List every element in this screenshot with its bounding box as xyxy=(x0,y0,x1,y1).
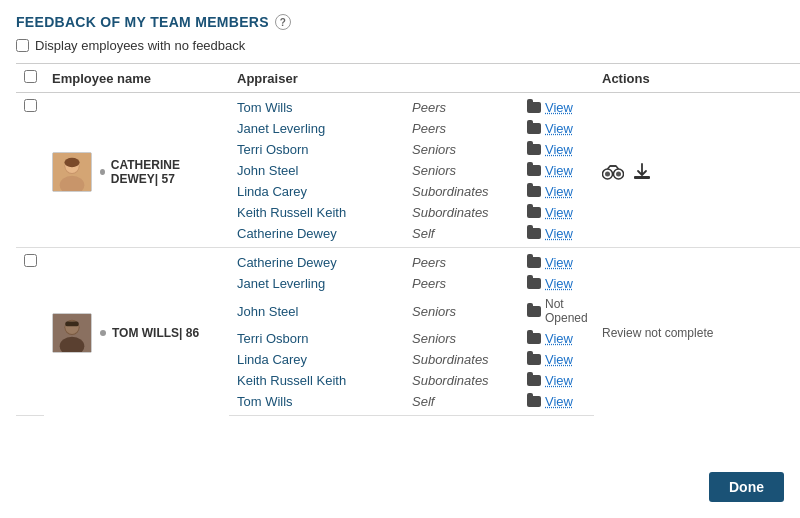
row-checkbox-cell xyxy=(16,248,44,274)
appraiser-link[interactable]: Linda Carey xyxy=(237,352,307,367)
view-link[interactable]: View xyxy=(527,100,586,115)
no-feedback-checkbox[interactable] xyxy=(16,39,29,52)
appraiser-type: Seniors xyxy=(412,304,456,319)
appraiser-link[interactable]: Keith Russell Keith xyxy=(237,205,346,220)
appraiser-type: Seniors xyxy=(412,331,456,346)
appraiser-type-cell: Peers xyxy=(404,118,519,139)
view-cell: View xyxy=(519,202,594,223)
appraiser-type: Peers xyxy=(412,276,446,291)
employee-cell-tom: TOM WILLS| 86 xyxy=(44,248,229,416)
appraiser-name-cell: John Steel xyxy=(229,160,404,181)
appraiser-link[interactable]: Janet Leverling xyxy=(237,121,325,136)
svg-point-8 xyxy=(605,171,610,176)
appraiser-type-cell: Self xyxy=(404,223,519,248)
header-check xyxy=(16,64,44,93)
appraiser-name-cell: Terri Osborn xyxy=(229,139,404,160)
folder-icon xyxy=(527,396,541,407)
appraiser-link[interactable]: Tom Wills xyxy=(237,394,293,409)
folder-icon xyxy=(527,354,541,365)
view-label: View xyxy=(545,331,573,346)
row-checkbox-cell xyxy=(16,328,44,349)
appraiser-link[interactable]: Terri Osborn xyxy=(237,142,309,157)
appraiser-link[interactable]: Linda Carey xyxy=(237,184,307,199)
page-container: FEEDBACK OF MY TEAM MEMBERS ? Display em… xyxy=(0,0,800,518)
appraiser-link[interactable]: Tom Wills xyxy=(237,100,293,115)
row-checkbox-cell xyxy=(16,139,44,160)
appraiser-link[interactable]: Janet Leverling xyxy=(237,276,325,291)
view-cell: View xyxy=(519,160,594,181)
view-link[interactable]: View xyxy=(527,373,586,388)
row-checkbox-cell xyxy=(16,391,44,416)
appraiser-type-cell: Peers xyxy=(404,273,519,294)
appraiser-type: Peers xyxy=(412,255,446,270)
appraiser-link[interactable]: John Steel xyxy=(237,304,298,319)
view-link[interactable]: View xyxy=(527,163,586,178)
appraiser-name-cell: Janet Leverling xyxy=(229,118,404,139)
view-label: View xyxy=(545,163,573,178)
folder-icon xyxy=(527,144,541,155)
not-opened-status: Not Opened xyxy=(527,297,586,325)
appraiser-link[interactable]: Keith Russell Keith xyxy=(237,373,346,388)
appraiser-type: Subordinates xyxy=(412,352,489,367)
folder-icon xyxy=(527,333,541,344)
download-icon[interactable] xyxy=(632,162,652,182)
view-label: View xyxy=(545,255,573,270)
appraiser-type-cell: Peers xyxy=(404,248,519,274)
view-link[interactable]: View xyxy=(527,142,586,157)
review-status: Review not complete xyxy=(602,326,713,340)
appraiser-link[interactable]: Catherine Dewey xyxy=(237,226,337,241)
view-cell: View xyxy=(519,93,594,119)
view-link[interactable]: View xyxy=(527,121,586,136)
row-checkbox-cell xyxy=(16,349,44,370)
view-cell: View xyxy=(519,181,594,202)
appraiser-type: Self xyxy=(412,394,434,409)
view-link[interactable]: View xyxy=(527,226,586,241)
appraiser-name-cell: Tom Wills xyxy=(229,93,404,119)
not-opened-label: Not Opened xyxy=(545,297,588,325)
binoculars-icon[interactable] xyxy=(602,163,624,181)
view-label: View xyxy=(545,205,573,220)
appraiser-link[interactable]: Catherine Dewey xyxy=(237,255,337,270)
folder-icon xyxy=(527,123,541,134)
view-link[interactable]: View xyxy=(527,331,586,346)
header-type xyxy=(404,64,519,93)
view-link[interactable]: View xyxy=(527,255,586,270)
header-actions: Actions xyxy=(594,64,800,93)
appraiser-link[interactable]: Terri Osborn xyxy=(237,331,309,346)
view-link[interactable]: View xyxy=(527,205,586,220)
view-link[interactable]: View xyxy=(527,276,586,291)
appraiser-type: Self xyxy=(412,226,434,241)
row-checkbox-cell xyxy=(16,118,44,139)
appraiser-type-cell: Peers xyxy=(404,93,519,119)
employee-cell-catherine: CATHERINE DEWEY| 57 xyxy=(44,93,229,248)
appraiser-name-cell: Keith Russell Keith xyxy=(229,370,404,391)
view-cell: View xyxy=(519,328,594,349)
employee-checkbox-catherine[interactable] xyxy=(24,99,37,112)
appraiser-type-cell: Seniors xyxy=(404,294,519,328)
appraiser-type-cell: Subordinates xyxy=(404,370,519,391)
help-icon[interactable]: ? xyxy=(275,14,291,30)
appraiser-link[interactable]: John Steel xyxy=(237,163,298,178)
row-checkbox-cell xyxy=(16,93,44,119)
employee-checkbox-tom[interactable] xyxy=(24,254,37,267)
folder-icon xyxy=(527,375,541,386)
appraiser-type-cell: Subordinates xyxy=(404,349,519,370)
appraiser-name-cell: Tom Wills xyxy=(229,391,404,416)
row-checkbox-cell xyxy=(16,160,44,181)
done-button[interactable]: Done xyxy=(709,472,784,502)
folder-icon xyxy=(527,186,541,197)
view-label: View xyxy=(545,226,573,241)
appraiser-name-cell: Linda Carey xyxy=(229,349,404,370)
view-link[interactable]: View xyxy=(527,184,586,199)
view-link[interactable]: View xyxy=(527,352,586,367)
view-link[interactable]: View xyxy=(527,394,586,409)
view-cell: View xyxy=(519,391,594,416)
row-checkbox-cell xyxy=(16,370,44,391)
view-cell: Not Opened xyxy=(519,294,594,328)
folder-icon xyxy=(527,102,541,113)
svg-rect-15 xyxy=(65,322,78,327)
select-all-checkbox[interactable] xyxy=(24,70,37,83)
actions-cell xyxy=(594,93,800,248)
view-cell: View xyxy=(519,370,594,391)
view-cell: View xyxy=(519,118,594,139)
